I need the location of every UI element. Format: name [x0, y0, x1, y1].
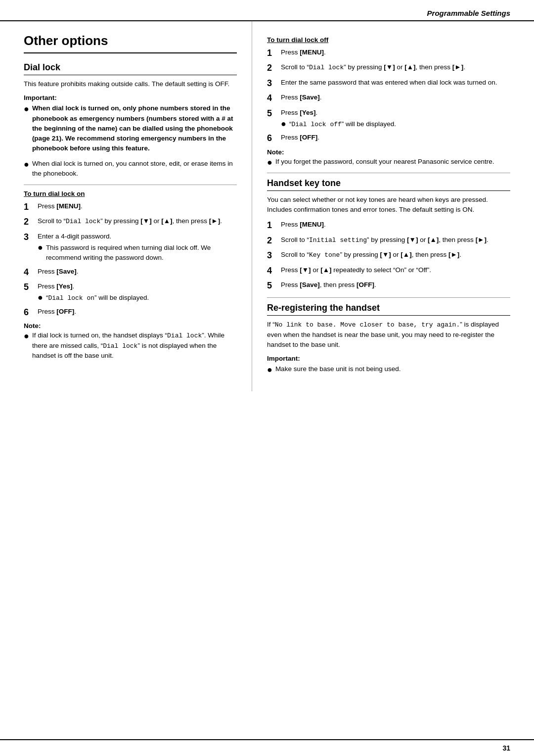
divider [267, 297, 510, 298]
divider [267, 173, 510, 173]
left-column: Other options Dial lock This feature pro… [0, 21, 252, 391]
bullet-icon: ● [267, 365, 272, 374]
step-content: Press [MENU]. [281, 220, 510, 230]
step-content: Press [▼] or [▲] repeatedly to select “O… [281, 265, 510, 275]
footer: 31 [0, 739, 534, 756]
handset-key-tone-title: Handset key tone [267, 178, 510, 191]
step-5: 5 Press [Yes]. ● “Dial lock on” will be … [24, 282, 237, 303]
step-number: 6 [267, 133, 281, 144]
step-number: 1 [267, 47, 281, 59]
step-2: 2 Scroll to “Dial lock” by pressing [▼] … [24, 216, 237, 228]
step-content: Press [Save]. [38, 267, 237, 277]
note-text: Make sure the base unit is not being use… [275, 364, 401, 374]
bullet-text: When dial lock is turned on, you cannot … [32, 159, 237, 179]
turn-off-label: To turn dial lock off [267, 36, 510, 44]
normal-bullets: ● When dial lock is turned on, you canno… [24, 159, 237, 179]
step-number: 3 [267, 78, 281, 89]
step-content: Press [MENU]. [38, 201, 237, 211]
step-2: 2 Scroll to “Initial setting” by pressin… [267, 235, 510, 246]
sub-bullet-text: “Dial lock on” will be displayed. [46, 293, 149, 303]
step-content: Press [Save]. [281, 93, 510, 102]
important-label-2: Important: [267, 355, 510, 362]
list-item: ● Make sure the base unit is not being u… [267, 364, 510, 374]
content-area: Other options Dial lock This feature pro… [0, 21, 534, 391]
step-content: Press [Yes]. ● “Dial lock on” will be di… [38, 282, 237, 303]
turn-off-section: To turn dial lock off 1 Press [MENU]. 2 … [267, 36, 510, 167]
note-label: Note: [267, 148, 510, 156]
step-3: 3 Scroll to “Key tone” by pressing [▼] o… [267, 250, 510, 261]
step-3: 3 Enter the same password that was enter… [267, 78, 510, 89]
right-column: To turn dial lock off 1 Press [MENU]. 2 … [252, 21, 534, 391]
step-content: Press [OFF]. [281, 133, 510, 142]
step-number: 2 [267, 62, 281, 74]
note-bullets: ● If dial lock is turned on, the handset… [24, 331, 237, 361]
list-item: ● If you forget the password, consult yo… [267, 157, 510, 167]
step-content: Enter a 4-digit password. ● This passwor… [38, 232, 237, 263]
re-registering-desc: If “No link to base. Move closer to base… [267, 320, 510, 350]
step-4: 4 Press [Save]. [24, 267, 237, 278]
sub-bullet: ● This password is required when turning… [38, 243, 237, 263]
turn-on-label: To turn dial lock on [24, 190, 237, 197]
step-6: 6 Press [OFF]. [267, 133, 510, 144]
step-number: 2 [267, 235, 281, 246]
step-1: 1 Press [MENU]. [24, 201, 237, 213]
important-label: Important: [24, 94, 237, 101]
step-1: 1 Press [MENU]. [267, 47, 510, 59]
divider [24, 185, 237, 185]
note-text: If you forget the password, consult your… [275, 157, 494, 167]
handset-key-tone-steps: 1 Press [MENU]. 2 Scroll to “Initial set… [267, 220, 510, 291]
re-registering-section: Re-registering the handset If “No link t… [267, 303, 510, 374]
step-number: 3 [24, 232, 38, 243]
step-content: Press [MENU]. [281, 47, 510, 57]
important-bullets: ● When dial lock is turned on, only phon… [24, 103, 237, 153]
sub-bullet: ● “Dial lock off” will be displayed. [281, 119, 510, 130]
step-number: 6 [24, 307, 38, 318]
step-number: 4 [267, 265, 281, 277]
list-item: ● When dial lock is turned on, you canno… [24, 159, 237, 179]
bullet-icon: ● [38, 293, 43, 302]
step-content: Scroll to “Key tone” by pressing [▼] or … [281, 250, 510, 260]
step-content: Press [OFF]. [38, 307, 237, 317]
bullet-icon: ● [24, 104, 29, 113]
sub-bullet-text: “Dial lock off” will be displayed. [289, 119, 396, 130]
handset-key-tone-section: Handset key tone You can select whether … [267, 178, 510, 291]
bullet-icon: ● [267, 158, 272, 167]
re-registering-title: Re-registering the handset [267, 303, 510, 316]
key-menu: [MENU] [56, 202, 81, 210]
dial-lock-desc: This feature prohibits making outside ca… [24, 79, 237, 89]
step-content: Scroll to “Dial lock” by pressing [▼] or… [281, 62, 510, 73]
step-number: 1 [267, 220, 281, 231]
bullet-text: When dial lock is turned on, only phone … [32, 103, 237, 153]
step-content: Enter the same password that was entered… [281, 78, 510, 88]
turn-on-steps: 1 Press [MENU]. 2 Scroll to “Dial lock” … [24, 201, 237, 318]
note-text: If dial lock is turned on, the handset d… [32, 331, 237, 361]
note-label: Note: [24, 322, 237, 330]
step-content: Press [Save], then press [OFF]. [281, 280, 510, 290]
sub-bullet: ● “Dial lock on” will be displayed. [38, 293, 237, 303]
bullet-icon: ● [38, 243, 43, 252]
turn-off-steps: 1 Press [MENU]. 2 Scroll to “Dial lock” … [267, 47, 510, 144]
step-number: 4 [267, 93, 281, 104]
step-number: 5 [24, 282, 38, 293]
sub-bullet-text: This password is required when turning d… [46, 243, 237, 263]
re-registering-notes: ● Make sure the base unit is not being u… [267, 364, 510, 374]
step-4: 4 Press [▼] or [▲] repeatedly to select … [267, 265, 510, 277]
step-number: 5 [267, 280, 281, 291]
step-2: 2 Scroll to “Dial lock” by pressing [▼] … [267, 62, 510, 74]
page-number: 31 [502, 744, 510, 752]
step-content: Scroll to “Dial lock” by pressing [▼] or… [38, 216, 237, 227]
dial-lock-section: Dial lock This feature prohibits making … [24, 62, 237, 361]
page-title: Other options [24, 33, 237, 53]
step-number: 5 [267, 108, 281, 119]
step-number: 1 [24, 201, 38, 213]
note-bullets: ● If you forget the password, consult yo… [267, 157, 510, 167]
list-item: ● If dial lock is turned on, the handset… [24, 331, 237, 361]
header: Programmable Settings [0, 0, 534, 21]
bullet-icon: ● [24, 331, 29, 340]
bullet-icon: ● [281, 119, 286, 128]
dial-lock-title: Dial lock [24, 62, 237, 75]
step-number: 3 [267, 250, 281, 261]
handset-key-tone-desc: You can select whether or not key tones … [267, 195, 510, 215]
header-title: Programmable Settings [427, 9, 510, 17]
bullet-icon: ● [24, 160, 29, 169]
